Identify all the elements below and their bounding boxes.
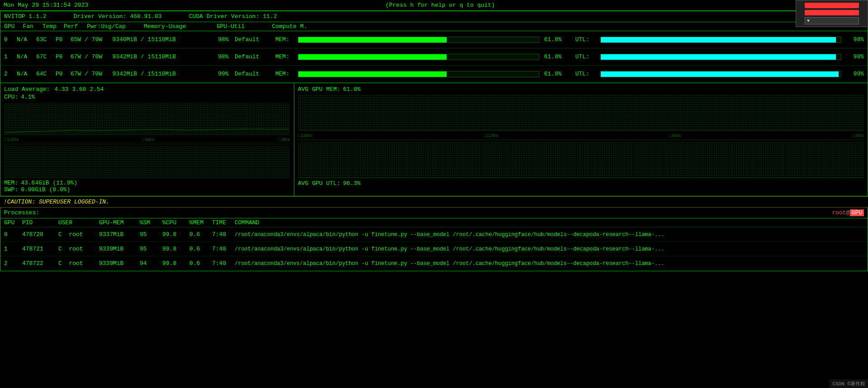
gpu-mem-usage: 9340MiB / 15110MiB xyxy=(108,36,176,43)
overlay-dropdown-text: ▼ xyxy=(807,19,810,24)
gpu-table-header: GPU Fan Temp Perf Pwr:Usg/Cap Memory-Usa… xyxy=(0,22,868,31)
gpu-temp: 67C xyxy=(36,53,52,60)
mem-bar-label: MEM: xyxy=(275,53,293,60)
tl-120s: □120s xyxy=(484,133,499,138)
cpu-graph xyxy=(4,103,290,135)
tl-60s: □60s xyxy=(143,137,155,142)
col-h-gpumem: GPU-MEM xyxy=(99,219,140,226)
gpu-mem-graph xyxy=(298,95,864,131)
mem-bar-fill xyxy=(298,37,447,43)
proc-mem: 0.6 xyxy=(189,260,212,267)
mem-bar-pct: 61.8% xyxy=(544,53,562,60)
mem-bar-container xyxy=(298,71,539,77)
proc-pid: 478721 xyxy=(22,246,58,252)
gpu-temp: 63C xyxy=(36,36,52,43)
proc-time: 7:40 xyxy=(212,246,235,252)
gpu-row-0: 0 N/A 63C P0 65W / 70W 9340MiB / 15110Mi… xyxy=(0,31,868,48)
overlay-bar-1 xyxy=(805,3,859,8)
gpu-utl-dots xyxy=(298,142,864,178)
gpu-power: 65W / 70W xyxy=(71,36,104,43)
avg-gpu-utl-label: AVG GPU UTL: xyxy=(298,180,340,187)
utl-bar-pct: 99% xyxy=(846,71,864,77)
col-h-user: USER xyxy=(58,219,99,226)
col-h-pid: PID xyxy=(22,219,58,226)
overlay-dropdown[interactable]: ▼ xyxy=(805,17,859,24)
avg-gpu-mem-label: AVG GPU MEM: xyxy=(298,86,340,93)
gpu-compute: Default xyxy=(235,71,271,77)
driver-version: Driver Version: 460.91.03 xyxy=(74,13,162,20)
right-panel: AVG GPU MEM: 61.8% □180s □120s □60s □30s… xyxy=(294,83,868,196)
proc-cpu: 99.8 xyxy=(162,246,189,252)
col-h-time: TIME xyxy=(212,219,235,226)
mem-bar-pct: 61.8% xyxy=(544,71,562,77)
proc-cmd: /root/anaconda3/envs/alpaca/bin/python -… xyxy=(235,260,864,267)
proc-sm: 94 xyxy=(140,260,162,267)
gpu-utl-graph xyxy=(298,142,864,178)
processes-section: Processes: root@GPU GPU PID USER GPU-MEM… xyxy=(0,208,868,271)
proc-cpu: 99.8 xyxy=(162,231,189,238)
tl-120s: □120s xyxy=(4,137,19,142)
col-h-cpu: %CPU xyxy=(162,219,189,226)
col-gpuutil: GPU-Util xyxy=(217,23,245,30)
col-temp: Temp xyxy=(42,23,57,30)
utl-bar-container xyxy=(600,37,842,43)
avg-gpu-mem-value: 61.8% xyxy=(343,86,361,93)
gpu-fan: N/A xyxy=(17,53,33,60)
process-row: 0 478720 C root 9337MiB 95 99.8 0.6 7:40… xyxy=(0,227,868,242)
proc-mem: 0.6 xyxy=(189,231,212,238)
proc-pid: 478722 xyxy=(22,260,58,267)
gpu-mem-timeline: □180s □120s □60s □30s xyxy=(298,132,864,139)
left-panel: Load Average: 4.33 3.60 2.54 CPU: 4.1% □… xyxy=(0,83,294,196)
proc-gpu: 0 xyxy=(4,231,22,238)
gpu-mem-dots xyxy=(298,95,864,130)
process-rows: 0 478720 C root 9337MiB 95 99.8 0.6 7:40… xyxy=(0,227,868,271)
gpu-perf: P0 xyxy=(56,36,67,43)
process-row: 1 478721 C root 9339MiB 95 99.8 0.6 7:40… xyxy=(0,242,868,256)
proc-gpumem: 9339MiB xyxy=(99,260,140,267)
processes-user: root@GPU xyxy=(832,209,864,216)
gpu-id: 2 xyxy=(4,71,13,77)
gpu-perf: P0 xyxy=(56,53,67,60)
gpu-mem-usage: 9342MiB / 15110MiB xyxy=(108,53,176,60)
mem-label: MEM: xyxy=(4,180,18,186)
process-row: 2 478722 C root 9339MiB 94 99.8 0.6 7:40… xyxy=(0,256,868,271)
proc-type: C root xyxy=(58,231,99,238)
gpu-temp: 64C xyxy=(36,71,52,77)
gpu-util-pct: 98% xyxy=(212,53,235,60)
col-memusage: Memory-Usage xyxy=(144,23,186,30)
cpu-graph-timeline: □120s □60s □30s xyxy=(4,137,290,143)
mem-bar-label: MEM: xyxy=(275,71,293,77)
mem-bar-pct: 61.8% xyxy=(544,36,562,43)
mem-bar-container xyxy=(298,37,539,43)
proc-mem: 0.6 xyxy=(189,246,212,252)
bottom-section: Load Average: 4.33 3.60 2.54 CPU: 4.1% □… xyxy=(0,83,868,196)
gpu-mem-usage: 9342MiB / 15110MiB xyxy=(108,71,176,77)
gpu-row-2: 2 N/A 64C P0 67W / 70W 9342MiB / 15110Mi… xyxy=(0,66,868,83)
gpu-power: 67W / 70W xyxy=(71,71,104,77)
proc-gpumem: 9339MiB xyxy=(99,246,140,252)
header-help: (Press h for help or q to quit) xyxy=(386,2,495,9)
cuda-version: CUDA Driver Version: 11.2 xyxy=(189,13,277,20)
proc-cmd: /root/anaconda3/envs/alpaca/bin/python -… xyxy=(235,232,864,238)
processes-title: Processes: xyxy=(4,209,39,216)
gpu-section: GPU Fan Temp Perf Pwr:Usg/Cap Memory-Usa… xyxy=(0,22,868,83)
col-compute: Compute M. xyxy=(272,23,307,30)
proc-pid: 478720 xyxy=(22,231,58,238)
proc-gpu: 1 xyxy=(4,246,22,252)
proc-cpu: 99.8 xyxy=(162,260,189,267)
swp-value: 0.00GiB (0.0%) xyxy=(21,186,70,193)
header-datetime: Mon May 29 15:31:54 2023 xyxy=(4,2,88,9)
col-gpu: GPU xyxy=(4,23,14,30)
utl-bar-fill xyxy=(601,54,836,60)
nvitop-version: NVITOP 1.1.2 xyxy=(4,13,47,20)
col-h-gpu: GPU xyxy=(4,219,22,226)
cpu-sparkline xyxy=(4,103,290,134)
tl-60s: □60s xyxy=(669,133,681,138)
proc-gpu: 2 xyxy=(4,260,22,267)
gpu-id: 1 xyxy=(4,53,13,60)
gpu-compute: Default xyxy=(235,36,271,43)
gpu-util-pct: 98% xyxy=(212,36,235,43)
utl-bar-container xyxy=(600,71,842,77)
tl-30s: □30s xyxy=(852,133,864,138)
col-pwr: Pwr:Usg/Cap xyxy=(87,23,126,30)
